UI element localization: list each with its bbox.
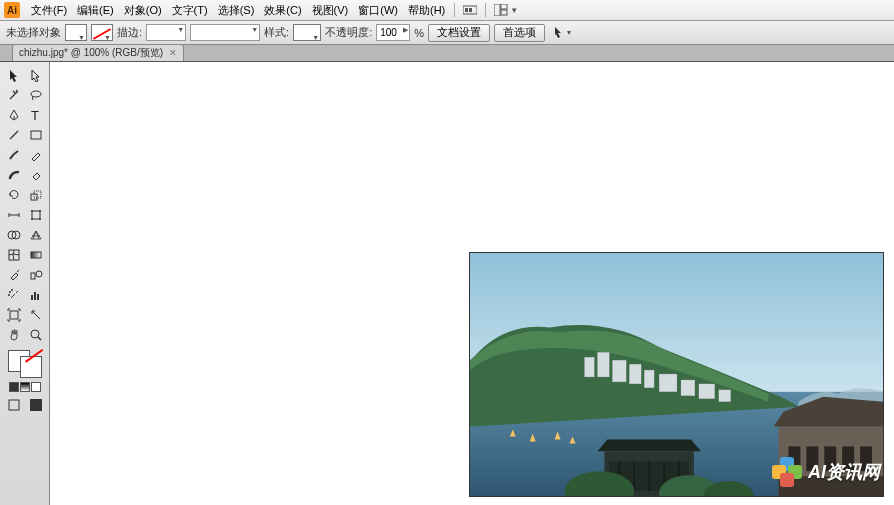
shape-builder-tool-icon[interactable] [4, 226, 24, 244]
screen-mode-full-icon[interactable] [26, 396, 46, 414]
menu-view[interactable]: 视图(V) [307, 3, 354, 18]
stroke-weight-input[interactable] [146, 24, 186, 41]
svg-rect-29 [10, 311, 18, 319]
type-tool-icon[interactable]: T [26, 106, 46, 124]
eyedropper-tool-icon[interactable] [4, 266, 24, 284]
document-tab[interactable]: chizhu.jpg* @ 100% (RGB/预览) ✕ [12, 44, 184, 61]
svg-point-16 [39, 218, 41, 220]
cursor-options-icon[interactable] [553, 25, 567, 41]
style-label: 样式: [264, 25, 289, 40]
fill-stroke-indicator[interactable] [8, 350, 42, 378]
svg-rect-12 [32, 211, 40, 219]
separator [485, 3, 486, 17]
color-mode-row [9, 382, 41, 392]
menu-help[interactable]: 帮助(H) [403, 3, 450, 18]
color-mode-solid-icon[interactable] [9, 382, 19, 392]
close-tab-icon[interactable]: ✕ [169, 48, 177, 58]
svg-line-8 [10, 131, 18, 139]
svg-point-22 [36, 271, 42, 277]
perspective-grid-tool-icon[interactable] [26, 226, 46, 244]
blob-brush-tool-icon[interactable] [4, 166, 24, 184]
toolbox: T [0, 62, 50, 505]
slice-tool-icon[interactable] [26, 306, 46, 324]
pencil-tool-icon[interactable] [26, 146, 46, 164]
svg-point-14 [39, 210, 41, 212]
svg-rect-40 [644, 370, 654, 388]
mesh-tool-icon[interactable] [4, 246, 24, 264]
blend-tool-icon[interactable] [26, 266, 46, 284]
menu-window[interactable]: 窗口(W) [353, 3, 403, 18]
lasso-tool-icon[interactable] [26, 86, 46, 104]
direct-selection-tool-icon[interactable] [26, 66, 46, 84]
svg-marker-46 [597, 439, 700, 451]
svg-rect-33 [30, 399, 42, 411]
menu-object[interactable]: 对象(O) [119, 3, 167, 18]
svg-rect-20 [31, 252, 41, 258]
canvas[interactable]: AI资讯网 [50, 62, 894, 505]
zoom-tool-icon[interactable] [26, 326, 46, 344]
svg-rect-5 [501, 10, 507, 15]
app-logo-icon: Ai [4, 2, 20, 18]
menu-file[interactable]: 文件(F) [26, 3, 72, 18]
svg-rect-27 [34, 292, 36, 300]
arrange-icon[interactable] [492, 2, 510, 18]
pen-tool-icon[interactable] [4, 106, 24, 124]
free-transform-tool-icon[interactable] [26, 206, 46, 224]
magic-wand-tool-icon[interactable] [4, 86, 24, 104]
svg-text:T: T [31, 108, 39, 122]
fill-swatch[interactable]: ▼ [65, 24, 87, 41]
menu-type[interactable]: 文字(T) [167, 3, 213, 18]
artboard-tool-icon[interactable] [4, 306, 24, 324]
rotate-tool-icon[interactable] [4, 186, 24, 204]
screen-mode-normal-icon[interactable] [4, 396, 24, 414]
line-tool-icon[interactable] [4, 126, 24, 144]
document-setup-button[interactable]: 文档设置 [428, 24, 490, 42]
watermark-logo-icon [772, 457, 802, 487]
svg-rect-26 [31, 295, 33, 300]
stroke-color-icon[interactable] [20, 356, 42, 378]
stroke-profile-input[interactable] [190, 24, 260, 41]
column-graph-tool-icon[interactable] [26, 286, 46, 304]
stroke-label: 描边: [117, 25, 142, 40]
svg-point-30 [31, 330, 39, 338]
opacity-label: 不透明度: [325, 25, 372, 40]
gradient-tool-icon[interactable] [26, 246, 46, 264]
svg-rect-21 [31, 273, 35, 279]
svg-rect-38 [612, 360, 626, 382]
bridge-icon[interactable] [461, 2, 479, 18]
rectangle-tool-icon[interactable] [26, 126, 46, 144]
svg-rect-39 [629, 364, 641, 384]
screen-mode-row [4, 396, 46, 414]
symbol-sprayer-tool-icon[interactable] [4, 286, 24, 304]
svg-point-13 [31, 210, 33, 212]
hand-tool-icon[interactable] [4, 326, 24, 344]
tab-title: chizhu.jpg* @ 100% (RGB/预览) [19, 46, 163, 60]
paintbrush-tool-icon[interactable] [4, 146, 24, 164]
svg-point-15 [31, 218, 33, 220]
main-area: T [0, 62, 894, 505]
style-swatch[interactable]: ▼ [293, 24, 321, 41]
menu-effect[interactable]: 效果(C) [259, 3, 306, 18]
opacity-unit: % [414, 27, 424, 39]
menu-edit[interactable]: 编辑(E) [72, 3, 119, 18]
color-mode-gradient-icon[interactable] [20, 382, 30, 392]
color-mode-none-icon[interactable] [31, 382, 41, 392]
preferences-button[interactable]: 首选项 [494, 24, 545, 42]
chevron-down-icon: ▼ [510, 6, 518, 15]
svg-rect-36 [584, 357, 594, 377]
scale-tool-icon[interactable] [26, 186, 46, 204]
width-tool-icon[interactable] [4, 206, 24, 224]
watermark-text: AI资讯网 [808, 460, 880, 484]
svg-rect-4 [501, 4, 507, 9]
eraser-tool-icon[interactable] [26, 166, 46, 184]
svg-rect-3 [494, 4, 500, 16]
svg-rect-43 [699, 384, 715, 399]
menu-select[interactable]: 选择(S) [213, 3, 260, 18]
stroke-swatch[interactable]: ▼ [91, 24, 113, 41]
control-bar: 未选择对象 ▼ ▼ 描边: ▼ ▼ 样式: ▼ 不透明度: ▶ % 文档设置 首… [0, 21, 894, 45]
svg-rect-44 [719, 390, 731, 402]
selection-tool-icon[interactable] [4, 66, 24, 84]
opacity-input[interactable] [376, 24, 410, 41]
svg-point-23 [9, 291, 11, 293]
tab-bar: chizhu.jpg* @ 100% (RGB/预览) ✕ [0, 45, 894, 62]
